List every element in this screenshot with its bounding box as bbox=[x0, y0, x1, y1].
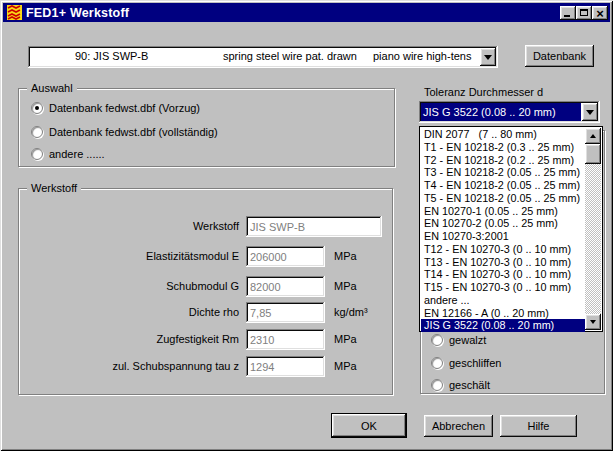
arrow-down-icon bbox=[590, 320, 596, 324]
ok-button[interactable]: OK bbox=[331, 413, 407, 438]
emodul-field[interactable] bbox=[246, 246, 325, 267]
maximize-icon bbox=[580, 9, 588, 16]
chevron-down-icon bbox=[484, 55, 492, 60]
radio-label: Datenbank fedwst.dbf (Vorzug) bbox=[49, 102, 200, 114]
scroll-up-button[interactable] bbox=[585, 128, 601, 144]
toleranz-label: Toleranz Durchmesser d bbox=[424, 86, 543, 98]
scroll-thumb[interactable] bbox=[585, 144, 601, 164]
radio-gewalzt[interactable]: gewalzt bbox=[431, 333, 486, 347]
close-button[interactable] bbox=[592, 6, 608, 20]
radio-icon[interactable] bbox=[431, 357, 443, 369]
field-label: Schubmodul G bbox=[19, 276, 239, 297]
material-name: spring steel wire pat. drawn bbox=[223, 50, 357, 62]
list-item[interactable]: T5 - EN 10218-2 (0.05 .. 25 mm) bbox=[421, 192, 585, 205]
row-zugfestigkeit: Zugfestigkeit Rm MPa bbox=[19, 329, 392, 350]
werkstoff-group-title: Werkstoff bbox=[27, 182, 81, 195]
material-combo-arrow-button[interactable] bbox=[480, 48, 496, 66]
material-detail: piano wire high-tens bbox=[373, 50, 471, 62]
unit-label: MPa bbox=[334, 276, 357, 297]
cancel-button[interactable]: Abbrechen bbox=[424, 415, 493, 437]
radio-icon[interactable] bbox=[431, 379, 443, 391]
unit-label: kg/dm³ bbox=[334, 302, 368, 323]
row-emodul: Elastizitätsmodul E MPa bbox=[19, 246, 392, 267]
radio-db-vollstaendig[interactable]: Datenbank fedwst.dbf (vollständig) bbox=[31, 125, 218, 139]
list-item[interactable]: DIN 2077 (7 .. 80 mm) bbox=[421, 128, 585, 141]
radio-label: geschliffen bbox=[449, 357, 501, 369]
material-code: 90: JIS SWP-B bbox=[75, 50, 148, 62]
row-werkstoff: Werkstoff bbox=[19, 216, 392, 237]
list-item-selected[interactable]: JIS G 3522 (0.08 .. 20 mm) bbox=[421, 319, 585, 332]
toleranz-selected-value: JIS G 3522 (0.08 .. 20 mm) bbox=[421, 103, 581, 121]
zugfestigkeit-field[interactable] bbox=[246, 329, 325, 350]
row-dichte: Dichte rho kg/dm³ bbox=[19, 302, 392, 323]
maximize-button[interactable] bbox=[576, 6, 592, 20]
auswahl-group-title: Auswahl bbox=[27, 82, 77, 95]
arrow-up-icon bbox=[590, 134, 596, 138]
row-gmodul: Schubmodul G MPa bbox=[19, 276, 392, 297]
list-item[interactable]: EN 10270-3:2001 bbox=[421, 230, 585, 243]
list-item[interactable]: T15 - EN 10270-3 (0 .. 10 mm) bbox=[421, 281, 585, 294]
datenbank-button[interactable]: Datenbank bbox=[525, 45, 594, 67]
dialog-window: FED1+ Werkstoff 90: JIS SWP-B spring ste… bbox=[0, 0, 613, 451]
gmodul-field[interactable] bbox=[246, 276, 325, 297]
radio-db-vorzug[interactable]: Datenbank fedwst.dbf (Vorzug) bbox=[31, 101, 200, 115]
radio-label: andere ...... bbox=[49, 148, 105, 160]
unit-label: MPa bbox=[334, 329, 357, 350]
werkstoff-groupbox: Werkstoff Werkstoff Elastizitätsmodul E … bbox=[18, 188, 393, 395]
unit-label: MPa bbox=[334, 246, 357, 267]
field-label: zul. Schubspannung tau z bbox=[19, 356, 239, 377]
radio-andere[interactable]: andere ...... bbox=[31, 147, 105, 161]
help-button[interactable]: Hilfe bbox=[500, 415, 577, 437]
list-item[interactable]: T2 - EN 10218-2 (0.2 .. 25 mm) bbox=[421, 154, 585, 167]
title-bar[interactable]: FED1+ Werkstoff bbox=[3, 3, 610, 22]
radio-icon[interactable] bbox=[31, 126, 43, 138]
list-item[interactable]: EN 12166 - A (0 .. 20 mm) bbox=[421, 307, 585, 320]
dichte-field[interactable] bbox=[246, 302, 325, 323]
close-icon bbox=[596, 4, 604, 22]
unit-label: MPa bbox=[334, 356, 357, 377]
radio-label: Datenbank fedwst.dbf (vollständig) bbox=[49, 126, 218, 138]
scrollbar[interactable] bbox=[585, 128, 601, 330]
minimize-button[interactable] bbox=[560, 6, 576, 20]
toleranz-dropdown-list: DIN 2077 (7 .. 80 mm) T1 - EN 10218-2 (0… bbox=[419, 126, 603, 332]
radio-icon[interactable] bbox=[31, 148, 43, 160]
radio-geschaelt[interactable]: geschält bbox=[431, 378, 490, 392]
window-title: FED1+ Werkstoff bbox=[26, 6, 129, 20]
radio-icon[interactable] bbox=[431, 334, 443, 346]
window-controls bbox=[560, 6, 608, 20]
list-item[interactable]: andere ... bbox=[421, 294, 585, 307]
auswahl-groupbox: Auswahl Datenbank fedwst.dbf (Vorzug) Da… bbox=[18, 88, 395, 167]
radio-label: geschält bbox=[449, 379, 490, 391]
list-item[interactable]: T13 - EN 10270-3 (0 .. 10 mm) bbox=[421, 256, 585, 269]
chevron-down-icon bbox=[586, 110, 594, 115]
radio-geschliffen[interactable]: geschliffen bbox=[431, 356, 501, 370]
werkstoff-field[interactable] bbox=[246, 216, 382, 237]
list-item[interactable]: T12 - EN 10270-3 (0 .. 10 mm) bbox=[421, 243, 585, 256]
field-label: Werkstoff bbox=[19, 216, 239, 237]
schubspannung-field[interactable] bbox=[246, 356, 325, 377]
field-label: Dichte rho bbox=[19, 302, 239, 323]
material-combobox[interactable]: 90: JIS SWP-B spring steel wire pat. dra… bbox=[28, 46, 498, 68]
list-item[interactable]: EN 10270-2 (0.05 .. 25 mm) bbox=[421, 217, 585, 230]
row-schubspannung: zul. Schubspannung tau z MPa bbox=[19, 356, 392, 377]
spring-coil-icon bbox=[7, 5, 22, 20]
list-items: DIN 2077 (7 .. 80 mm) T1 - EN 10218-2 (0… bbox=[421, 128, 585, 332]
list-item[interactable]: T14 - EN 10270-3 (0 .. 10 mm) bbox=[421, 268, 585, 281]
minimize-icon bbox=[564, 15, 570, 17]
list-item[interactable]: T3 - EN 10218-2 (0.05 .. 25 mm) bbox=[421, 166, 585, 179]
radio-label: gewalzt bbox=[449, 334, 486, 346]
toleranz-combobox[interactable]: JIS G 3522 (0.08 .. 20 mm) bbox=[419, 101, 600, 123]
field-label: Elastizitätsmodul E bbox=[19, 246, 239, 267]
toleranz-combo-arrow-button[interactable] bbox=[582, 103, 598, 121]
list-item[interactable]: T1 - EN 10218-2 (0.3 .. 25 mm) bbox=[421, 141, 585, 154]
scroll-down-button[interactable] bbox=[585, 314, 601, 330]
field-label: Zugfestigkeit Rm bbox=[19, 329, 239, 350]
radio-icon[interactable] bbox=[31, 102, 43, 114]
list-item[interactable]: EN 10270-1 (0.05 .. 25 mm) bbox=[421, 205, 585, 218]
list-item[interactable]: T4 - EN 10218-2 (0.05 .. 25 mm) bbox=[421, 179, 585, 192]
